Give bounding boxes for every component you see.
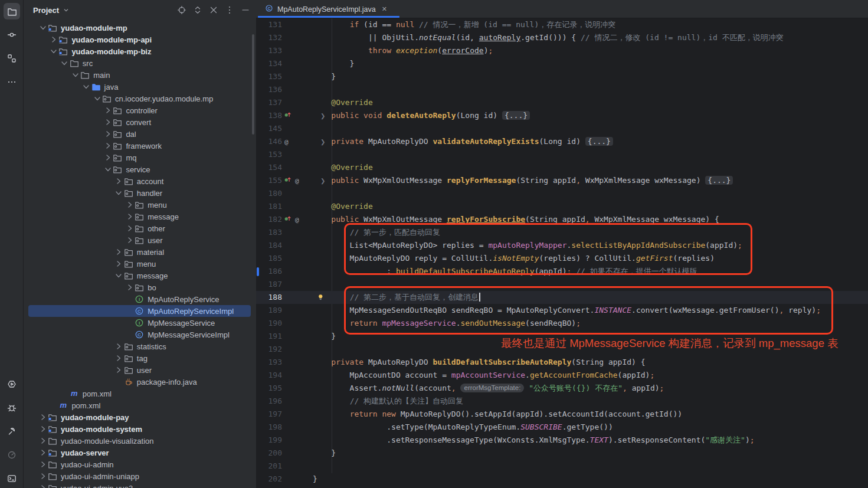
tree-item-message[interactable]: message	[114, 270, 168, 281]
project-panel-title[interactable]: Project	[33, 6, 59, 15]
tree-item-pom.xml[interactable]: m pom.xml	[48, 399, 100, 411]
tree-chevron-icon[interactable]	[38, 23, 48, 32]
tree-chevron-icon[interactable]	[125, 212, 135, 221]
code-line-146[interactable]: private MpAutoReplyDO validateAutoReplyE…	[313, 135, 613, 148]
code-line-190[interactable]: return mpMessageService.sendOutMessage(s…	[313, 317, 581, 330]
tree-chevron-icon[interactable]	[114, 353, 124, 363]
tree-item-other[interactable]: other	[125, 222, 165, 234]
tree-item-bo[interactable]: bo	[125, 281, 156, 293]
tree-item-yudao-ui-admin-vue3[interactable]: yudao-ui-admin-vue3	[38, 482, 133, 488]
code-line-202[interactable]: }	[313, 473, 317, 486]
tree-item-yudao-module-mp-biz[interactable]: yudao-module-mp-biz	[48, 45, 151, 57]
tree-item-yudao-module-system[interactable]: yudao-module-system	[38, 423, 142, 435]
tree-item-convert[interactable]: convert	[103, 116, 151, 128]
tree-item-service[interactable]: service	[103, 163, 150, 175]
tree-item-pom.xml[interactable]: m pom.xml	[60, 388, 112, 399]
annotated-method-icon[interactable]: @	[284, 138, 289, 146]
tree-scrollbar[interactable]	[252, 34, 254, 135]
code-line-186[interactable]: : buildDefaultSubscribeAutoReply(appId);…	[313, 265, 697, 278]
locate-icon[interactable]	[177, 5, 186, 15]
code-line-197[interactable]: return new MpAutoReplyDO().setAppId(appI…	[313, 408, 682, 421]
tree-item-statistics[interactable]: statistics	[114, 340, 166, 352]
code-line-195[interactable]: Assert.notNull(account, errorMsgTemplate…	[313, 382, 664, 395]
tree-item-java[interactable]: java	[81, 81, 119, 93]
tree-item-cn.iocoder.yudao.module.mp[interactable]: cn.iocoder.yudao.module.mp	[92, 93, 213, 104]
options-icon[interactable]	[225, 5, 234, 15]
tree-chevron-icon[interactable]	[38, 483, 48, 488]
tree-chevron-icon[interactable]	[103, 165, 113, 174]
tree-chevron-icon[interactable]	[103, 153, 113, 162]
tree-item-MpAutoReplyServiceImpl[interactable]: C MpAutoReplyServiceImpl	[125, 305, 234, 317]
tree-chevron-icon[interactable]	[48, 35, 58, 44]
tree-chevron-icon[interactable]	[81, 82, 91, 91]
code-line-200[interactable]: }	[313, 447, 336, 460]
override-method-icon[interactable]	[284, 110, 292, 121]
tree-item-yudao-ui-admin[interactable]: yudao-ui-admin	[38, 458, 114, 470]
tree-chevron-icon[interactable]	[125, 224, 135, 233]
tree-chevron-icon[interactable]	[92, 94, 102, 103]
tree-chevron-icon[interactable]	[38, 436, 48, 446]
tree-item-src[interactable]: src	[60, 57, 93, 69]
code-area[interactable]: 131 if (id == null // 情况一，新增 (id == null…	[256, 18, 868, 488]
code-line-131[interactable]: if (id == null // 情况一，新增 (id == null)，存在…	[313, 18, 615, 31]
terminal-icon[interactable]	[4, 470, 20, 487]
code-line-133[interactable]: throw exception(errorCode);	[313, 44, 493, 57]
expand-icon[interactable]	[193, 5, 202, 15]
collapse-all-icon[interactable]	[209, 5, 218, 15]
tree-chevron-icon[interactable]	[103, 129, 113, 139]
tree-item-mq[interactable]: mq	[103, 152, 136, 163]
tree-chevron-icon[interactable]	[114, 176, 124, 186]
override-method-icon[interactable]	[284, 214, 292, 225]
tree-chevron-icon[interactable]	[48, 47, 58, 56]
code-line-191[interactable]: }	[313, 330, 336, 343]
code-line-182[interactable]: public WxMpXmlOutMessage replyForSubscri…	[313, 213, 719, 226]
tree-chevron-icon[interactable]	[125, 200, 135, 209]
code-line-188[interactable]: // 第二步，基于自动回复，创建消息	[313, 291, 480, 304]
code-line-183[interactable]: // 第一步，匹配自动回复	[313, 226, 440, 239]
code-line-138[interactable]: public void deleteAutoReply(Long id) {..…	[313, 109, 530, 122]
code-line-189[interactable]: MpMessageSendOutReqBO sendReqBO = MpAuto…	[313, 304, 821, 317]
project-folder-icon[interactable]	[4, 3, 20, 19]
code-line-196[interactable]: // 构建默认的【关注】自动回复	[313, 395, 463, 408]
tree-item-material[interactable]: material	[114, 246, 164, 258]
code-line-154[interactable]: @Override	[313, 161, 373, 174]
tree-item-main[interactable]: main	[70, 69, 110, 81]
tree-chevron-icon[interactable]	[125, 235, 135, 245]
tree-chevron-icon[interactable]	[114, 342, 124, 351]
tree-item-message[interactable]: message	[125, 211, 179, 222]
chevron-down-icon[interactable]	[62, 6, 70, 14]
tree-chevron-icon[interactable]	[114, 271, 124, 280]
code-line-198[interactable]: .setType(MpAutoReplyTypeEnum.SUBSCRIBE.g…	[313, 421, 613, 434]
debug-icon[interactable]	[4, 399, 20, 416]
code-line-134[interactable]: }	[313, 57, 354, 70]
tree-chevron-icon[interactable]	[60, 58, 70, 68]
code-line-181[interactable]: @Override	[313, 200, 373, 213]
code-line-137[interactable]: @Override	[313, 96, 373, 109]
tree-chevron-icon[interactable]	[125, 283, 135, 292]
tree-item-handler[interactable]: handler	[114, 187, 162, 199]
tree-item-framework[interactable]: framework	[103, 140, 162, 152]
tree-item-account[interactable]: account	[114, 175, 164, 187]
tree-item-package-info.java[interactable]: package-info.java	[114, 376, 197, 388]
tree-item-yudao-module-visualization[interactable]: yudao-module-visualization	[38, 435, 154, 447]
tree-item-yudao-module-mp-api[interactable]: yudao-module-mp-api	[48, 34, 152, 45]
tree-chevron-icon[interactable]	[114, 247, 124, 257]
code-line-184[interactable]: List<MpAutoReplyDO> replies = mpAutoRepl…	[313, 239, 742, 252]
structure-icon[interactable]	[4, 50, 20, 67]
tree-item-tag[interactable]: tag	[114, 352, 148, 364]
tree-chevron-icon[interactable]	[103, 106, 113, 115]
tree-item-MpAutoReplyService[interactable]: I MpAutoReplyService	[125, 293, 219, 305]
build-icon[interactable]	[4, 423, 20, 440]
tree-item-user[interactable]: user	[125, 234, 162, 246]
tree-item-yudao-module-mp[interactable]: yudao-module-mp	[38, 22, 127, 34]
tree-chevron-icon[interactable]	[114, 259, 124, 268]
tree-chevron-icon[interactable]	[70, 70, 80, 80]
tree-chevron-icon[interactable]	[103, 141, 113, 150]
tree-chevron-icon[interactable]	[38, 448, 48, 457]
more-icon[interactable]	[4, 74, 20, 90]
tab-close-icon[interactable]: ✕	[382, 5, 387, 13]
services-icon[interactable]	[4, 376, 20, 392]
tree-item-MpMessageService[interactable]: I MpMessageService	[125, 317, 215, 329]
code-line-194[interactable]: MpAccountDO account = mpAccountService.g…	[313, 369, 654, 382]
tree-item-controller[interactable]: controller	[103, 104, 157, 116]
